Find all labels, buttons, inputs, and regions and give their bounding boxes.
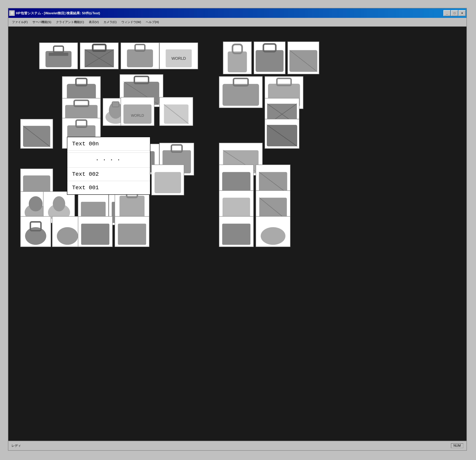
- bag-thumb-7[interactable]: [288, 42, 319, 74]
- window-title: HP包管システム - [Wavelet検目] 検索結果: 50件(≦Test): [16, 11, 443, 16]
- svg-rect-22: [222, 84, 259, 106]
- menu-client[interactable]: クライアント機能(C): [54, 19, 86, 25]
- popup-item-text002[interactable]: Text 002: [67, 167, 150, 181]
- bag-thumb-10[interactable]: [219, 76, 263, 108]
- bag-thumb-19[interactable]: [265, 119, 299, 149]
- status-text: レディ: [11, 444, 451, 448]
- bag-thumb-37[interactable]: [78, 216, 113, 247]
- svg-point-68: [25, 227, 46, 245]
- popup-item-text00n[interactable]: Text 00n: [67, 137, 150, 151]
- status-num: NUM: [451, 443, 463, 448]
- svg-rect-13: [256, 50, 283, 72]
- popup-separator: [67, 151, 150, 153]
- bag-thumb-25[interactable]: [151, 165, 184, 195]
- bag-thumb-38[interactable]: [115, 216, 149, 247]
- bag-thumb-5[interactable]: [223, 42, 252, 74]
- svg-rect-2: [49, 53, 68, 56]
- bag-thumb-35[interactable]: [20, 216, 51, 247]
- menu-file[interactable]: ファイル(F): [10, 19, 30, 25]
- svg-rect-7: [127, 50, 153, 67]
- bag-thumb-2[interactable]: [80, 42, 119, 69]
- svg-rect-54: [222, 172, 250, 193]
- svg-point-74: [261, 227, 285, 245]
- bag-thumb-39[interactable]: [219, 216, 254, 247]
- bag-thumb-40[interactable]: [256, 216, 290, 247]
- svg-point-58: [29, 196, 42, 211]
- svg-rect-73: [222, 224, 250, 245]
- svg-point-70: [57, 227, 78, 245]
- svg-point-29: [109, 102, 122, 119]
- maximize-button[interactable]: □: [451, 10, 458, 16]
- menubar: ファイル(F) サーバ機能(S) クライアント機能(C) 表示(V) カメラ(C…: [8, 18, 467, 27]
- bag-thumb-1[interactable]: [39, 42, 78, 69]
- bag-thumb-17[interactable]: [20, 119, 53, 149]
- statusbar: レディ NUM: [8, 441, 467, 450]
- menu-window[interactable]: ウィンドウ(W): [119, 19, 143, 25]
- popup-item-dots[interactable]: ・・・・: [67, 153, 150, 167]
- svg-rect-63: [119, 196, 145, 219]
- content-area: WORLD WORLD: [8, 27, 467, 441]
- bag-thumb-6[interactable]: [254, 42, 286, 74]
- popup-item-text001[interactable]: Text 001: [67, 181, 150, 194]
- window-controls: _ □ ×: [443, 10, 466, 16]
- svg-rect-11: [228, 51, 247, 72]
- svg-rect-72: [118, 224, 146, 245]
- svg-text:WORLD: WORLD: [131, 114, 144, 117]
- main-window: ☰ HP包管システム - [Wavelet検目] 検索結果: 50件(≦Test…: [8, 8, 467, 451]
- titlebar: ☰ HP包管システム - [Wavelet検目] 検索結果: 50件(≦Test…: [8, 8, 467, 18]
- popup-panel: Text 00n ・・・・ Text 002 Text 001: [67, 137, 150, 195]
- bag-thumb-14[interactable]: WORLD: [121, 97, 154, 126]
- svg-point-60: [53, 196, 65, 211]
- close-button[interactable]: ×: [459, 10, 466, 16]
- svg-rect-53: [154, 172, 181, 193]
- menu-help[interactable]: ヘルプ(H): [144, 19, 161, 25]
- bag-thumb-15[interactable]: [159, 97, 193, 126]
- menu-view[interactable]: 表示(V): [87, 19, 101, 25]
- menu-camera[interactable]: カメラ(C): [102, 19, 119, 25]
- bag-thumb-4[interactable]: WORLD: [159, 42, 198, 69]
- app-icon: ☰: [9, 10, 15, 16]
- svg-text:WORLD: WORLD: [171, 56, 186, 60]
- bag-thumb-3[interactable]: [121, 42, 159, 69]
- minimize-button[interactable]: _: [443, 10, 450, 16]
- menu-server[interactable]: サーバ機能(S): [30, 19, 53, 25]
- svg-rect-71: [81, 224, 109, 245]
